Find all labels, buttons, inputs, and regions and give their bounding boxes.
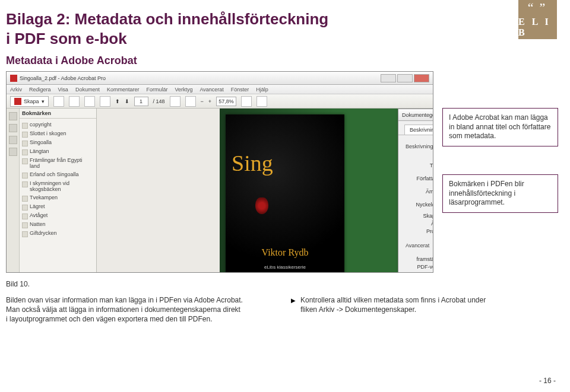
arrow-icon: ▶ (291, 295, 296, 314)
email-icon[interactable] (100, 96, 110, 107)
toolbar-button[interactable] (170, 96, 180, 107)
maximize-button[interactable] (397, 74, 413, 82)
bookmark-item[interactable]: Främlingar från Egypti land (21, 157, 95, 171)
bookmark-icon (22, 231, 28, 237)
bookmark-item[interactable]: Slottet i skogen (21, 130, 95, 139)
toolbar-button[interactable] (69, 96, 80, 107)
cover-title: Sing (226, 150, 344, 176)
bookmark-item[interactable]: I skymningen vid skogsbäcken (21, 180, 95, 194)
bookmark-label: Erland och Singoalla (30, 172, 79, 178)
sidebar-icon-strip (7, 109, 20, 272)
zoom-in-icon[interactable]: + (208, 98, 211, 104)
pages-icon[interactable] (9, 112, 17, 120)
menu-arkiv[interactable]: Arkiv (10, 87, 22, 93)
bookmark-item[interactable]: Natten (21, 221, 95, 230)
bookmark-icon (22, 149, 28, 155)
dialog-tabs: Beskrivning Säkerhet Teckensnitt Inledan… (398, 121, 433, 135)
bookmarks-list: copyright Slottet i skogen Singoalla Län… (20, 119, 96, 272)
create-label: Skapa (24, 98, 39, 104)
bookmark-icon (22, 158, 28, 164)
ver-label: PDF-version: (406, 264, 433, 270)
toolbar-button[interactable] (241, 96, 252, 107)
titel-label: Titel: (406, 162, 433, 168)
minimize-button[interactable] (381, 74, 396, 82)
bookmark-item[interactable]: Tvekampen (21, 194, 95, 203)
rose-icon (255, 197, 268, 214)
menu-visa[interactable]: Visa (58, 87, 68, 93)
document-properties-dialog: Dokumentegenskaper Beskrivning Säkerhet … (398, 109, 433, 272)
bookmark-item[interactable]: copyright (21, 121, 95, 130)
menu-verktyg[interactable]: Verktyg (175, 87, 192, 93)
bookmark-label: Främlingar från Egypti land (30, 158, 94, 170)
bookmark-icon (22, 132, 28, 138)
signatures-icon[interactable] (9, 136, 17, 144)
acrobat-screenshot: Singoalla_2.pdf - Adobe Acrobat Pro Arki… (6, 71, 433, 273)
dialog-title: Dokumentegenskaper (402, 112, 433, 118)
cover-author: Viktor Rydb (226, 247, 344, 258)
bookmarks-panel: Bokmärken copyright Slottet i skogen Sin… (20, 109, 97, 272)
chevron-down-icon: ▾ (42, 98, 45, 104)
bookmark-item[interactable]: Avtåget (21, 212, 95, 221)
page-subtitle: Metadata i Adobe Acrobat (6, 55, 137, 67)
window-controls[interactable] (381, 74, 429, 82)
toolbar-button[interactable] (53, 96, 64, 107)
bookmark-icon (22, 181, 28, 187)
skapades-label: Skapades: (406, 213, 433, 219)
bookmark-item[interactable]: Lägret (21, 203, 95, 212)
search-icon[interactable] (256, 96, 267, 107)
section-avancerat: Avancerat (406, 243, 433, 248)
pdf-icon (10, 75, 17, 82)
quote-icons: “ ” (528, 1, 548, 14)
page-number: - 16 - (539, 377, 556, 385)
toolbar: Skapa ▾ ⬆ ⬇ 1 / 148 − + 57,8% (7, 94, 433, 109)
title-line-1: Bilaga 2: Metadata och innehållsförteckn… (6, 10, 328, 28)
bookmarks-icon[interactable] (9, 124, 17, 132)
bookmark-item[interactable]: Erland och Singoalla (21, 171, 95, 180)
menu-fonster[interactable]: Fönster (231, 87, 249, 93)
document-view[interactable]: Sing Viktor Rydb eLibs klassikerserie Do… (220, 109, 433, 272)
andrat-label: Ändrat: (406, 221, 433, 227)
bookmark-item[interactable]: Längtan (21, 148, 95, 157)
menu-formular[interactable]: Formulär (146, 87, 167, 93)
book-cover: Sing Viktor Rydb eLibs klassikerserie (226, 114, 344, 272)
hand-icon[interactable] (185, 96, 196, 107)
menu-bar[interactable]: Arkiv Redigera Visa Dokument Kommentarer… (7, 85, 433, 94)
logo-text: E L I B (518, 17, 557, 38)
page-down-icon[interactable]: ⬇ (125, 98, 129, 104)
close-button[interactable] (414, 74, 429, 82)
bookmark-item[interactable]: Giftdrycken (21, 230, 95, 238)
callout-bookmarks: Bokmärken i PDFen blir innehållsförteckn… (442, 174, 558, 213)
attachments-icon[interactable] (9, 148, 17, 156)
menu-dokument[interactable]: Dokument (75, 87, 100, 93)
print-icon[interactable] (84, 96, 95, 107)
zoom-out-icon[interactable]: − (201, 98, 204, 104)
page-up-icon[interactable]: ⬆ (115, 98, 120, 104)
menu-redigera[interactable]: Redigera (29, 87, 51, 93)
bookmark-label: Längtan (30, 149, 49, 155)
bookmark-item[interactable]: Singoalla (21, 139, 95, 148)
bookmark-label: I skymningen vid skogsbäcken (30, 181, 94, 193)
cover-footer: eLibs klassikerserie (226, 264, 344, 270)
zoom-input[interactable]: 57,8% (216, 97, 236, 106)
bookmark-icon (22, 222, 28, 228)
page-title: Bilaga 2: Metadata och innehållsförteckn… (6, 9, 328, 48)
bookmark-label: Natten (30, 222, 46, 228)
pdf-icon (14, 98, 21, 105)
pdf-framst-label: PDF-framställning: (406, 250, 433, 262)
bookmark-icon (22, 213, 28, 219)
create-button[interactable]: Skapa ▾ (10, 96, 49, 107)
figure-caption: Bild 10. (6, 280, 30, 288)
quote-close-icon: ” (540, 1, 548, 14)
bookmark-label: Singoalla (30, 140, 52, 146)
plats-label: Placering: (406, 272, 433, 272)
section-beskrivning: Beskrivning (406, 144, 433, 149)
menu-avancerat[interactable]: Avancerat (200, 87, 223, 93)
menu-hjalp[interactable]: Hjälp (256, 87, 268, 93)
tab-beskrivning[interactable]: Beskrivning (404, 125, 433, 135)
menu-kommentarer[interactable]: Kommentarer (107, 87, 140, 93)
description-left: Bilden ovan visar information man kan lä… (6, 295, 243, 324)
bookmark-label: Slottet i skogen (30, 131, 66, 137)
quote-open-icon: “ (528, 1, 536, 14)
description-right-text: Kontrollera alltid vilken metadata som f… (300, 295, 493, 314)
page-number-input[interactable]: 1 (134, 97, 148, 106)
